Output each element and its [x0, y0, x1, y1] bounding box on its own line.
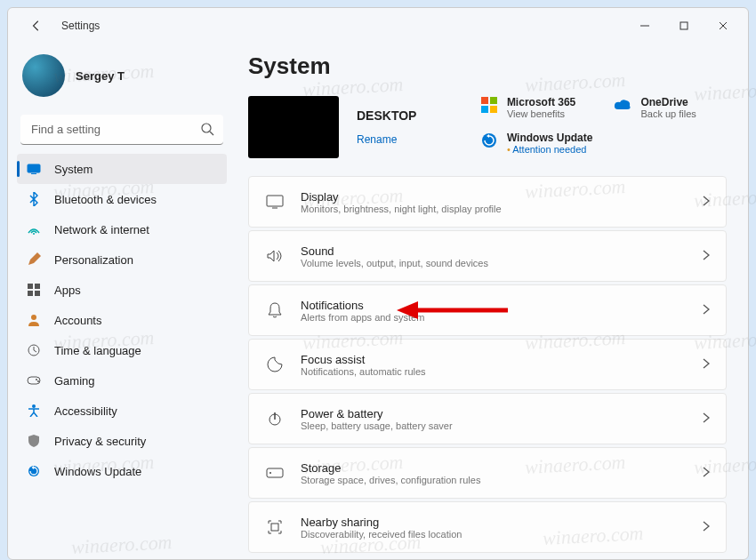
row-storage[interactable]: Storage Storage space, drives, configura…	[248, 447, 727, 499]
device-name: DESKTOP	[357, 108, 416, 123]
sound-icon	[265, 246, 285, 266]
system-icon	[26, 161, 42, 177]
personalization-icon	[26, 252, 42, 268]
sidebar-item-update[interactable]: Windows Update	[17, 456, 227, 486]
chevron-right-icon	[703, 194, 710, 210]
svg-rect-20	[481, 106, 488, 113]
sidebar-item-apps[interactable]: Apps	[17, 275, 227, 305]
search-row	[20, 115, 223, 145]
svg-rect-18	[481, 97, 488, 104]
m365-icon	[480, 96, 498, 114]
update-icon	[480, 132, 498, 149]
rename-link[interactable]: Rename	[357, 133, 416, 146]
accessibility-icon	[26, 403, 42, 419]
chevron-right-icon	[703, 519, 710, 535]
row-sub: Volume levels, output, input, sound devi…	[301, 258, 488, 268]
notifications-icon	[265, 300, 285, 320]
promo-grid: Microsoft 365 View benefits OneDrive Bac…	[480, 96, 727, 158]
sidebar-item-label: Accounts	[54, 314, 101, 327]
sidebar-item-label: Network & internet	[54, 223, 149, 236]
search-input[interactable]	[20, 115, 223, 145]
row-sub: Sleep, battery usage, battery saver	[301, 420, 453, 431]
svg-rect-4	[28, 164, 40, 172]
svg-point-15	[37, 380, 39, 382]
user-name: Sergey T	[76, 69, 125, 83]
row-power[interactable]: Power & battery Sleep, battery usage, ba…	[248, 393, 727, 444]
sidebar: Sergey T SystemBluetooth & devicesNetwor…	[8, 44, 230, 559]
row-title: Power & battery	[301, 407, 453, 420]
minimize-button[interactable]	[625, 12, 664, 39]
svg-rect-27	[267, 468, 283, 477]
power-icon	[265, 409, 285, 428]
sidebar-item-privacy[interactable]: Privacy & security	[17, 426, 227, 456]
sidebar-item-label: Windows Update	[54, 465, 141, 478]
promo-m365[interactable]: Microsoft 365 View benefits	[480, 96, 593, 123]
body: Sergey T SystemBluetooth & devicesNetwor…	[8, 44, 748, 559]
row-title: Storage	[301, 461, 480, 475]
svg-rect-1	[680, 22, 688, 29]
row-title: Notifications	[301, 299, 424, 312]
gaming-icon	[26, 372, 42, 388]
promo-title: Windows Update	[507, 132, 593, 144]
svg-rect-21	[490, 106, 497, 113]
focus-icon	[265, 355, 285, 374]
row-display[interactable]: Display Monitors, brightness, night ligh…	[248, 176, 727, 228]
sidebar-item-time[interactable]: Time & language	[17, 335, 227, 365]
row-text: Sound Volume levels, output, input, soun…	[301, 244, 488, 268]
sidebar-item-accessibility[interactable]: Accessibility	[17, 396, 227, 426]
app-title: Settings	[61, 20, 100, 32]
row-sound[interactable]: Sound Volume levels, output, input, soun…	[248, 230, 727, 282]
sidebar-item-label: Personalization	[54, 253, 133, 267]
row-text: Storage Storage space, drives, configura…	[301, 461, 480, 485]
svg-point-14	[36, 379, 37, 380]
svg-point-28	[269, 472, 271, 474]
row-text: Notifications Alerts from apps and syste…	[301, 299, 424, 323]
row-title: Sound	[301, 244, 488, 258]
sidebar-item-label: Bluetooth & devices	[54, 193, 157, 206]
promo-title: Microsoft 365	[507, 96, 575, 108]
row-notifications[interactable]: Notifications Alerts from apps and syste…	[248, 284, 727, 336]
nearby-icon	[265, 517, 285, 537]
avatar	[22, 54, 65, 97]
svg-rect-9	[28, 291, 33, 296]
user-account[interactable]: Sergey T	[17, 44, 227, 111]
sidebar-item-bluetooth[interactable]: Bluetooth & devices	[17, 184, 227, 214]
svg-rect-7	[28, 284, 33, 289]
back-button[interactable]	[24, 13, 49, 38]
svg-rect-13	[28, 377, 40, 384]
svg-point-11	[31, 315, 36, 320]
row-nearby[interactable]: Nearby sharing Discoverability, received…	[248, 501, 727, 553]
row-title: Focus assist	[301, 353, 426, 366]
page-title: System	[248, 52, 727, 80]
apps-icon	[26, 282, 42, 298]
main-content: System DESKTOP Rename Microsoft 365 View…	[230, 44, 748, 559]
sidebar-item-network[interactable]: Network & internet	[17, 214, 227, 244]
sidebar-item-label: System	[54, 163, 92, 176]
svg-rect-29	[271, 524, 278, 531]
row-text: Focus assist Notifications, automatic ru…	[301, 353, 426, 377]
row-sub: Discoverability, received files location	[301, 529, 462, 540]
promo-sub: Back up files	[640, 108, 696, 119]
sidebar-item-label: Time & language	[54, 344, 141, 357]
svg-rect-23	[267, 196, 283, 206]
sidebar-item-label: Apps	[54, 284, 81, 297]
promo-onedrive[interactable]: OneDrive Back up files	[614, 96, 727, 123]
promo-sub: View benefits	[507, 108, 575, 119]
promo-update[interactable]: Windows Update Attention needed	[480, 132, 593, 158]
sidebar-item-personalization[interactable]: Personalization	[17, 244, 227, 275]
nav: SystemBluetooth & devicesNetwork & inter…	[17, 154, 227, 486]
sidebar-item-system[interactable]: System	[17, 154, 227, 184]
chevron-right-icon	[703, 465, 710, 481]
row-focus[interactable]: Focus assist Notifications, automatic ru…	[248, 339, 727, 390]
close-button[interactable]	[704, 12, 743, 39]
sidebar-item-accounts[interactable]: Accounts	[17, 305, 227, 335]
search-icon	[200, 122, 214, 140]
device-info: DESKTOP Rename	[357, 96, 416, 158]
time-icon	[26, 342, 42, 358]
chevron-right-icon	[703, 248, 710, 264]
maximize-button[interactable]	[664, 12, 704, 39]
svg-rect-19	[490, 97, 497, 104]
svg-point-2	[202, 124, 211, 132]
sidebar-item-gaming[interactable]: Gaming	[17, 365, 227, 396]
chevron-right-icon	[703, 302, 710, 318]
